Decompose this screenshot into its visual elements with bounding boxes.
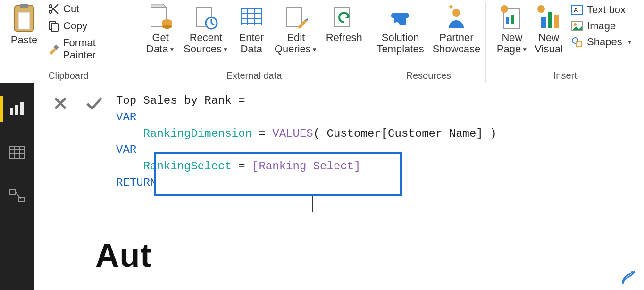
left-sidebar [0,83,34,290]
relationship-icon [9,189,25,203]
puzzle-icon [386,3,415,32]
person-star-icon [442,3,471,32]
page-cylinder-icon [146,3,175,32]
page-sun-icon [497,3,527,32]
formula-editor[interactable]: Top Sales by Rank = VAR RankingDimension… [111,89,644,198]
text-box-button[interactable]: A Text box [570,3,634,17]
page-clock-icon [191,3,220,32]
svg-point-34 [537,5,545,13]
partner-showcase-label: Partner Showcase [433,32,481,55]
workspace: Top Sales by Rank = VAR RankingDimension… [0,83,644,290]
brush-icon [47,43,59,55]
sidebar-tab-report[interactable] [0,96,34,122]
shapes-icon [571,36,583,48]
chevron-down-icon: ▼ [522,47,527,53]
check-icon [85,95,103,111]
svg-line-5 [52,8,58,14]
paste-label: Paste [11,34,37,46]
svg-rect-33 [554,15,559,28]
shapes-button[interactable]: Shapes▼ [570,35,634,49]
chevron-down-icon: ▼ [169,47,175,53]
format-painter-label: Format Painter [63,37,129,61]
new-visual-button[interactable]: New Visual [534,2,563,56]
get-data-label: Get Data [146,32,169,55]
clipboard-paste-icon [9,4,39,33]
get-data-button[interactable]: Get Data▼ [146,2,175,56]
formula-bar: Top Sales by Rank = VAR RankingDimension… [43,89,644,198]
svg-rect-42 [15,105,18,115]
svg-point-4 [49,5,52,8]
ribbon-group-insert: New Page▼ New Visual A Text box [486,2,644,83]
enter-data-button[interactable]: Enter Data [237,2,266,56]
svg-point-26 [452,9,460,17]
solution-templates-label: Solution Templates [376,32,424,55]
text-cursor [312,196,313,212]
new-visual-label: New Visual [535,32,563,55]
text-box-label: Text box [587,4,626,16]
bar-chart-icon [9,102,25,116]
copy-button[interactable]: Copy [46,19,130,33]
sidebar-tab-model[interactable] [0,182,34,209]
ribbon-group-label: Clipboard [48,67,89,83]
chart-sun-icon [534,3,563,32]
svg-point-39 [572,38,578,43]
recent-sources-label: Recent Sources [184,32,222,55]
svg-rect-29 [511,15,514,24]
svg-rect-2 [18,12,30,29]
image-button[interactable]: Image [570,19,634,33]
chevron-down-icon: ▼ [627,39,633,45]
svg-point-38 [574,23,577,26]
ribbon-group-clipboard: Paste Cut Copy [0,2,137,83]
svg-rect-31 [541,17,546,28]
edit-queries-button[interactable]: Edit Queries▼ [275,2,318,56]
paste-button[interactable]: Paste [7,2,42,62]
svg-rect-8 [51,24,58,31]
new-page-label: New Page [497,32,523,55]
copy-label: Copy [63,20,87,32]
svg-point-13 [162,25,172,29]
chevron-down-icon: ▼ [223,47,228,53]
image-label: Image [587,20,616,32]
svg-point-3 [49,10,52,13]
svg-rect-18 [241,9,262,25]
svg-rect-43 [20,102,24,115]
report-title-partial: Aut [95,237,152,274]
table-icon [237,3,266,32]
cut-button[interactable]: Cut [46,2,130,16]
svg-rect-1 [20,4,28,8]
format-painter-button[interactable]: Format Painter [46,36,130,62]
partner-showcase-button[interactable]: Partner Showcase [433,2,481,56]
svg-rect-41 [10,108,13,115]
svg-rect-24 [286,7,301,27]
svg-rect-44 [10,146,24,158]
sidebar-tab-data[interactable] [0,139,34,166]
refresh-icon [329,3,359,32]
subscribe-icon[interactable] [618,268,637,288]
svg-line-6 [52,4,58,10]
ribbon-group-label: Resources [406,67,451,83]
ribbon-group-resources: Solution Templates Partner Showcase Reso… [371,2,486,83]
refresh-label: Refresh [326,32,362,43]
main-canvas: Top Sales by Rank = VAR RankingDimension… [34,83,644,290]
solution-templates-button[interactable]: Solution Templates [376,2,424,56]
ribbon-group-label: External data [226,67,282,83]
svg-point-30 [501,5,508,13]
ribbon-group-external-data: Get Data▼ Recent Sources▼ Enter Data Edi… [137,2,371,83]
chevron-down-icon: ▼ [312,47,318,53]
textbox-icon: A [571,4,583,16]
formula-commit-button[interactable] [84,93,105,114]
svg-rect-32 [548,12,552,28]
formula-cancel-button[interactable] [50,93,71,114]
cut-label: Cut [63,3,79,15]
refresh-button[interactable]: Refresh [326,2,362,56]
svg-rect-28 [506,17,509,24]
svg-text:A: A [574,6,578,14]
new-page-button[interactable]: New Page▼ [497,2,527,56]
edit-queries-label: Edit Queries [275,32,311,55]
image-icon [571,20,583,32]
copy-icon [47,20,59,32]
table-icon [9,145,25,159]
recent-sources-button[interactable]: Recent Sources▼ [184,2,228,56]
shapes-label: Shapes [587,36,622,48]
scissors-icon [47,3,59,15]
